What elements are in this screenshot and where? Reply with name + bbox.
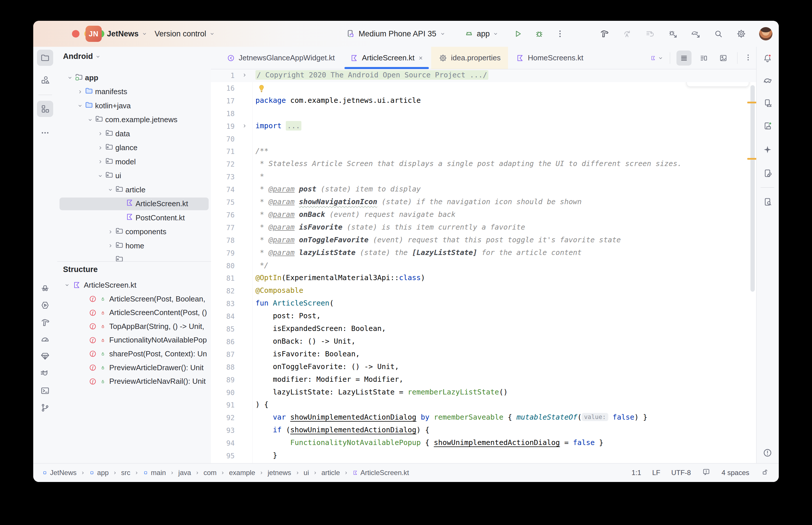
tool-gemini-assist[interactable]	[759, 141, 776, 158]
line-ending[interactable]: LF	[652, 469, 660, 477]
tool-notifications[interactable]	[759, 50, 776, 66]
tree-item-kotlin+java[interactable]: kotlin+java	[60, 99, 209, 112]
more-options-icon	[744, 53, 752, 62]
run-button[interactable]	[513, 29, 523, 39]
line-number: 79	[211, 249, 235, 257]
tool-gradle[interactable]	[759, 72, 776, 88]
fold-arrow-icon[interactable]	[241, 72, 247, 79]
avatar[interactable]	[759, 27, 772, 41]
line-number: 85	[211, 325, 235, 333]
tool-build-tool[interactable]	[37, 314, 53, 331]
breadcrumb-com[interactable]: com	[204, 469, 217, 477]
tab-HomeScreens.kt[interactable]: HomeScreens.kt	[508, 47, 591, 69]
tool-resource-manager[interactable]	[37, 72, 53, 88]
tool-device-explorer[interactable]	[759, 194, 776, 210]
attach-debugger-icon[interactable]	[668, 29, 678, 39]
tab-ArticleScreen.kt[interactable]: ArticleScreen.kt	[342, 47, 431, 69]
breadcrumb-ui[interactable]: ui	[304, 469, 309, 477]
breadcrumb-ArticleScreen.kt[interactable]: ArticleScreen.kt	[352, 469, 409, 477]
view-mode-design[interactable]	[716, 50, 731, 65]
breadcrumb-jetnews[interactable]: jetnews	[268, 469, 291, 477]
file-encoding[interactable]: UTF-8	[671, 469, 691, 477]
project-view-selector[interactable]: Android	[63, 52, 101, 61]
tree-item-home[interactable]: home	[60, 239, 209, 252]
more-run-options-icon[interactable]	[555, 29, 565, 39]
breadcrumb-separator-icon	[313, 470, 318, 475]
tool-logcat[interactable]	[37, 365, 53, 381]
tree-item-manifests[interactable]: manifests	[60, 86, 209, 98]
gradle-sync-icon[interactable]	[691, 29, 700, 39]
structure-file-row[interactable]: ArticleScreen.kt	[60, 279, 211, 291]
tool-app-inspection[interactable]	[37, 297, 53, 313]
tree-item-app[interactable]: app	[60, 71, 209, 84]
tree-item-glance[interactable]: glance	[60, 141, 209, 154]
tool-profiler[interactable]	[37, 331, 53, 347]
tab-idea.properties[interactable]: idea.properties	[431, 47, 508, 69]
editor-options[interactable]	[744, 53, 752, 63]
code-line-71: 71/**	[211, 145, 756, 158]
settings-icon[interactable]	[736, 29, 746, 39]
structure-item[interactable]: TopAppBar(String, () -> Unit,	[60, 320, 211, 332]
structure-item[interactable]: ArticleScreen(Post, Boolean,	[60, 293, 211, 305]
intention-bulb-icon[interactable]	[256, 84, 266, 94]
project-selector[interactable]: JetNews	[107, 21, 147, 47]
breadcrumb-main[interactable]: main	[143, 469, 166, 477]
structure-item[interactable]: PreviewArticleNavRail(): Unit	[60, 375, 211, 388]
breadcrumb-app[interactable]: app	[89, 469, 109, 477]
tab-JetnewsGlanceAppWidget.kt[interactable]: JetnewsGlanceAppWidget.kt	[219, 47, 342, 69]
tool-project[interactable]	[37, 50, 53, 66]
tool-device-manager[interactable]	[759, 95, 776, 111]
tool-terminal[interactable]	[37, 382, 53, 399]
breadcrumb-example[interactable]: example	[229, 469, 255, 477]
build-icon[interactable]	[599, 29, 609, 39]
tool-gemini[interactable]	[37, 348, 53, 364]
breadcrumb-java[interactable]: java	[178, 469, 191, 477]
tree-item-PostContent.kt[interactable]: PostContent.kt	[60, 211, 209, 224]
tree-item-model[interactable]: model	[60, 155, 209, 168]
ai-code-actions-icon[interactable]	[622, 29, 632, 39]
breadcrumb-src[interactable]: src	[121, 469, 130, 477]
line-number: 84	[211, 313, 235, 320]
structure-item[interactable]: PreviewArticleDrawer(): Unit	[60, 362, 211, 374]
tool-running-devices[interactable]	[759, 118, 776, 134]
fold-arrow-icon[interactable]	[241, 123, 247, 130]
tool-version-control-tool[interactable]	[37, 400, 53, 416]
hidden-tabs-selector[interactable]	[650, 55, 663, 61]
inspection-highlight[interactable]	[702, 467, 711, 478]
structure-item[interactable]: FunctionalityNotAvailablePop	[60, 334, 211, 346]
line-number: 71	[211, 148, 235, 156]
tree-item-com.example.jetnews[interactable]: com.example.jetnews	[60, 114, 209, 126]
close-window-button[interactable]	[72, 30, 79, 38]
indent-setting[interactable]: 4 spaces	[722, 469, 749, 477]
run-configuration-selector[interactable]: app	[464, 29, 499, 39]
structure-item[interactable]: sharePost(Post, Context): Un	[60, 348, 211, 360]
caret-position[interactable]: 1:1	[632, 469, 641, 477]
tool-app-quality-insights[interactable]	[37, 280, 53, 296]
tree-item-article[interactable]: article	[60, 183, 209, 196]
line-number: 92	[211, 414, 235, 422]
device-selector[interactable]: Medium Phone API 35	[345, 29, 446, 39]
vcs-widget[interactable]: Version control	[154, 21, 215, 47]
code-editor[interactable]: 2 3 1/ Copyright 2020 The Android Open S…	[211, 69, 756, 464]
view-mode-code[interactable]	[677, 50, 692, 65]
rollback-changes-icon[interactable]	[645, 29, 655, 39]
tree-item-clipped[interactable]	[60, 254, 209, 261]
breadcrumb-article[interactable]: article	[321, 469, 340, 477]
chevron-down-icon	[107, 187, 113, 193]
tree-item-ArticleScreen.kt[interactable]: ArticleScreen.kt	[60, 197, 209, 210]
code-line-85: 85 isExpandedScreen: Boolean,	[211, 323, 756, 335]
tree-item-data[interactable]: data	[60, 127, 209, 140]
tool-structure-tool[interactable]	[37, 101, 53, 117]
tool-device-mirroring[interactable]	[759, 165, 776, 181]
structure-item[interactable]: ArticleScreenContent(Post, ()	[60, 307, 211, 319]
tool-more-tool-windows[interactable]	[37, 125, 53, 141]
search-everywhere-icon[interactable]	[713, 29, 723, 39]
tree-item-ui[interactable]: ui	[60, 169, 209, 182]
debug-button[interactable]	[534, 29, 544, 39]
tool-problems[interactable]	[759, 445, 776, 461]
read-write-lock[interactable]	[760, 467, 769, 478]
tree-item-components[interactable]: components	[60, 226, 209, 238]
breadcrumb-JetNews[interactable]: JetNews	[42, 469, 77, 477]
view-mode-split[interactable]	[696, 50, 711, 65]
bell-dot-icon	[763, 54, 772, 63]
